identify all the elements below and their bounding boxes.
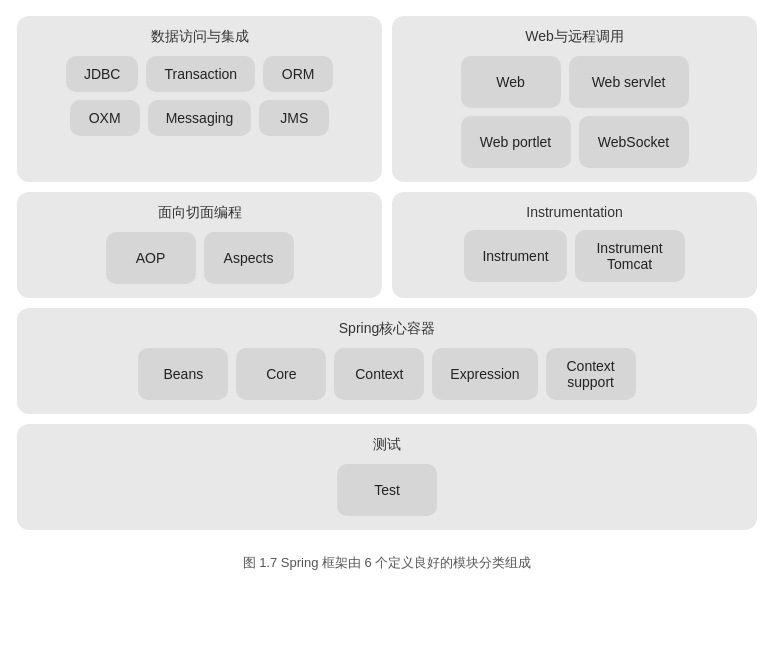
chip-test: Test [337, 464, 437, 516]
test-chips: Test [337, 464, 437, 516]
row-2: 面向切面编程 AOP Aspects Instrumentation Instr… [17, 192, 757, 298]
aop-title: 面向切面编程 [158, 204, 242, 222]
chip-messaging: Messaging [148, 100, 252, 136]
chip-context: Context [334, 348, 424, 400]
row-3: Spring核心容器 Beans Core Context Expression… [17, 308, 757, 414]
instrumentation-section: Instrumentation Instrument Instrument To… [392, 192, 757, 298]
chip-oxm: OXM [70, 100, 140, 136]
row-1: 数据访问与集成 JDBC Transaction ORM OXM Messagi… [17, 16, 757, 182]
aop-section: 面向切面编程 AOP Aspects [17, 192, 382, 298]
chip-web-portlet: Web portlet [461, 116, 571, 168]
web-section: Web与远程调用 Web Web servlet Web portlet Web… [392, 16, 757, 182]
spring-core-section: Spring核心容器 Beans Core Context Expression… [17, 308, 757, 414]
instrumentation-chips: Instrument Instrument Tomcat [464, 230, 684, 282]
chip-aspects: Aspects [204, 232, 294, 284]
data-access-title: 数据访问与集成 [151, 28, 249, 46]
data-access-row2: OXM Messaging JMS [70, 100, 330, 136]
chip-orm: ORM [263, 56, 333, 92]
aop-chips: AOP Aspects [106, 232, 294, 284]
web-title: Web与远程调用 [525, 28, 624, 46]
web-row1: Web Web servlet [461, 56, 689, 108]
chip-instrument: Instrument [464, 230, 566, 282]
chip-instrument-tomcat: Instrument Tomcat [575, 230, 685, 282]
chip-web-servlet: Web servlet [569, 56, 689, 108]
instrumentation-title: Instrumentation [526, 204, 623, 220]
chip-web: Web [461, 56, 561, 108]
row-4: 测试 Test [17, 424, 757, 530]
chip-websocket: WebSocket [579, 116, 689, 168]
data-access-section: 数据访问与集成 JDBC Transaction ORM OXM Messagi… [17, 16, 382, 182]
figure-caption: 图 1.7 Spring 框架由 6 个定义良好的模块分类组成 [17, 554, 757, 572]
chip-beans: Beans [138, 348, 228, 400]
test-section: 测试 Test [17, 424, 757, 530]
diagram-container: 数据访问与集成 JDBC Transaction ORM OXM Messagi… [17, 16, 757, 572]
test-title: 测试 [373, 436, 401, 454]
spring-core-chips: Beans Core Context Expression Context su… [138, 348, 635, 400]
chip-expression: Expression [432, 348, 537, 400]
chip-jms: JMS [259, 100, 329, 136]
chip-jdbc: JDBC [66, 56, 139, 92]
chip-transaction: Transaction [146, 56, 255, 92]
data-access-row1: JDBC Transaction ORM [66, 56, 333, 92]
web-row2: Web portlet WebSocket [461, 116, 689, 168]
chip-context-support: Context support [546, 348, 636, 400]
chip-aop: AOP [106, 232, 196, 284]
spring-core-title: Spring核心容器 [339, 320, 435, 338]
chip-core: Core [236, 348, 326, 400]
